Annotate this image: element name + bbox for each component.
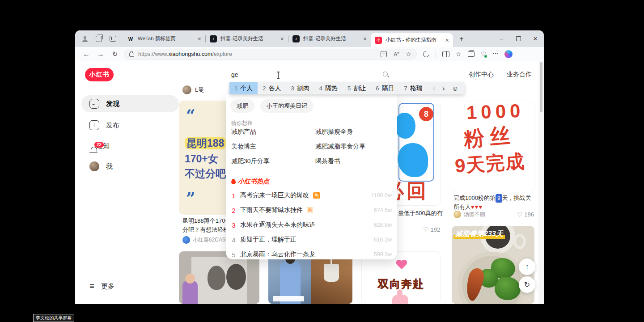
search-icon[interactable] <box>382 71 390 78</box>
ime-emoji-icon[interactable] <box>452 85 458 92</box>
read-aloud-icon[interactable] <box>394 50 399 58</box>
quote-close-icon <box>186 190 195 206</box>
collections-icon[interactable] <box>468 51 475 57</box>
toolbar-icons <box>423 50 513 58</box>
window-controls <box>493 30 544 47</box>
publish-icon <box>89 120 99 130</box>
ime-candidate[interactable]: 5割让 <box>343 82 371 94</box>
sidebar-item-label: 更多 <box>101 282 114 291</box>
creator-center-link[interactable]: 创作中心 <box>469 71 494 79</box>
search-suggestion[interactable]: 减肥减脂零食分享 <box>315 143 365 151</box>
note-caption[interactable]: 量低于500真的有 <box>398 209 443 217</box>
screen: WeTab 新标签页 × 抖音-记录美好生活 × 抖音-记录美好生活 × 小红书… <box>0 0 644 322</box>
tab-strip-icons <box>75 36 123 42</box>
favorites-hub-icon[interactable] <box>456 50 462 58</box>
history-chip[interactable]: 小王的瘦美日记 <box>260 99 314 113</box>
tab-close-icon[interactable]: × <box>445 37 449 43</box>
feed-user-row[interactable]: L曼 <box>182 85 204 94</box>
sidebar-item-me[interactable]: 我 <box>81 158 179 175</box>
refresh-button[interactable] <box>108 48 122 60</box>
hot-list-item[interactable]: 4 质疑于正，理解于正 616.2w <box>231 235 392 245</box>
url-protocol: https://www. <box>138 51 168 57</box>
extensions-icon[interactable] <box>422 50 431 59</box>
sidebar-item-discover[interactable]: 发现 <box>81 95 179 112</box>
note-author-row[interactable]: 汤圆不圆 196 <box>453 211 534 218</box>
close-window-button[interactable] <box>527 30 544 47</box>
tab-grid-icon[interactable] <box>381 51 387 57</box>
author-name: 汤圆不圆 <box>464 211 485 218</box>
search-suggestion[interactable]: 减肥产品 <box>231 128 256 136</box>
like-count[interactable]: 192 <box>423 226 440 233</box>
tab-actions-icon[interactable] <box>110 36 116 42</box>
search-suggestion[interactable]: 美妆博主 <box>231 143 256 151</box>
sidebar-item-label: 发布 <box>106 121 119 130</box>
tab-close-icon[interactable]: × <box>280 36 284 42</box>
back-button[interactable] <box>80 48 93 60</box>
like-count[interactable]: 196 <box>517 211 534 218</box>
url-domain: xiaohongshu.com <box>168 51 212 57</box>
search-value: ge <box>231 71 238 78</box>
page-scrollbar[interactable] <box>538 61 544 304</box>
card-image-text: 170+女 <box>185 152 218 166</box>
refresh-feed-button[interactable] <box>519 276 535 293</box>
xiaohongshu-favicon <box>375 37 382 44</box>
ime-prev-icon[interactable] <box>433 85 435 93</box>
hot-list-item[interactable]: 5 北京暴雨：乌云化作一条龙 599.3w <box>231 250 392 259</box>
url-path: /explore <box>212 51 232 57</box>
tab-close-icon[interactable]: × <box>363 36 367 42</box>
split-screen-icon[interactable] <box>442 51 449 57</box>
hot-list-item[interactable]: 3 水果在逐渐失去本来的味道 628.8w <box>231 220 392 230</box>
search-suggestion[interactable]: 减肥操瘦全身 <box>315 128 353 136</box>
sidebar-item-more[interactable]: 更多 <box>81 278 179 295</box>
pink-heart-icon <box>396 260 407 271</box>
url-text[interactable]: https://www.xiaohongshu.com/explore <box>138 51 377 57</box>
sidebar-item-notifications[interactable]: 22 通知 <box>81 137 179 154</box>
tab-title: WeTab 新标签页 <box>138 35 194 42</box>
sidebar-item-label: 我 <box>106 162 113 171</box>
address-bar[interactable]: https://www.xiaohongshu.com/explore <box>124 49 417 59</box>
tab-xiaohongshu-active[interactable]: 小红书 - 你的生活指南 × <box>371 33 453 47</box>
note-card-1000-fans[interactable]: 1000 粉丝 9天完成 <box>452 101 534 192</box>
ime-next-icon[interactable] <box>442 85 445 93</box>
ime-candidate[interactable]: 2各人 <box>258 82 286 94</box>
tab-title: 抖音-记录美好生活 <box>220 35 277 42</box>
ime-candidate[interactable]: 6隔日 <box>371 82 399 94</box>
card-overlay-text: 减脂餐第233天 <box>453 229 505 239</box>
scrollbar-thumb[interactable] <box>540 62 542 112</box>
minimize-button[interactable] <box>493 30 510 47</box>
ime-candidate[interactable]: 1个人 <box>229 82 258 94</box>
search-suggestion[interactable]: 喝茶看书 <box>315 157 340 165</box>
tab-douyin-1[interactable]: 抖音-记录美好生活 × <box>206 30 288 47</box>
ime-candidate[interactable]: 4隔热 <box>314 82 343 94</box>
new-tab-button[interactable] <box>456 33 467 45</box>
favorite-star-icon[interactable] <box>406 50 411 58</box>
tab-wetab[interactable]: WeTab 新标签页 × <box>123 30 205 47</box>
sidebar-item-publish[interactable]: 发布 <box>81 117 179 134</box>
history-chip[interactable]: 减肥 <box>230 99 254 113</box>
xiaohongshu-logo[interactable]: 小红书 <box>85 68 114 81</box>
hot-list-item[interactable]: 1 高考完来一场巨大的爆改 热 1100.0w <box>231 191 392 200</box>
tab-douyin-2[interactable]: 抖音-记录美好生活 × <box>288 30 371 47</box>
scroll-to-top-button[interactable] <box>519 258 535 275</box>
xiaohongshu-page: 小红书 发现 发布 22 通知 我 更多 <box>75 61 544 304</box>
maximize-button[interactable] <box>510 30 527 47</box>
ime-nav <box>428 85 464 93</box>
note-caption[interactable]: 完成1000粉的第9天，挑战关 所有人♥♥♥ <box>453 194 535 211</box>
ime-candidate[interactable]: 3割肉 <box>286 82 314 94</box>
copilot-icon[interactable] <box>504 50 513 58</box>
search-suggestion[interactable]: 减肥30斤分享 <box>231 157 270 165</box>
tab-close-icon[interactable]: × <box>198 36 201 42</box>
discover-icon <box>89 99 99 109</box>
workspaces-icon[interactable] <box>96 36 102 42</box>
ime-candidate[interactable]: 7格瑞 <box>399 82 427 94</box>
search-input[interactable]: ge <box>226 67 395 82</box>
note-author-row[interactable]: 小红薯62CA5D <box>182 236 229 244</box>
lock-icon[interactable] <box>129 53 134 57</box>
business-coop-link[interactable]: 业务合作 <box>507 71 532 79</box>
tab-title: 抖音-记录美好生活 <box>303 35 360 42</box>
forward-button[interactable] <box>94 48 107 60</box>
hot-badge: 新 <box>307 207 313 213</box>
browser-essentials-icon[interactable] <box>481 50 487 58</box>
profile-icon[interactable] <box>82 36 88 42</box>
hot-list-item[interactable]: 2 下雨天不要背碱水挂件 新 674.5w <box>231 205 392 215</box>
